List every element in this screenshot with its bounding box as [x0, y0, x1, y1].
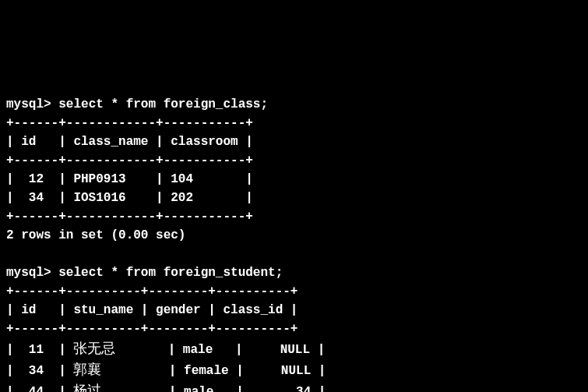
table-header-row: | id | class_name | classroom | — [6, 135, 253, 149]
table-row: | 34 | 郭襄 | female | NULL | — [6, 364, 326, 378]
table-row: | 12 | PHP0913 | 104 | — [6, 172, 253, 186]
table-row: | 11 | 张无忌 | male | NULL | — [6, 343, 325, 357]
terminal-output: mysql> select * from foreign_class; +---… — [0, 75, 588, 392]
prompt: mysql> — [6, 266, 51, 280]
table-border: +------+------------+-----------+ — [6, 210, 253, 224]
table-header-row: | id | stu_name | gender | class_id | — [6, 303, 298, 317]
table-border: +------+------------+-----------+ — [6, 154, 253, 168]
cjk-text: 郭襄 — [73, 362, 101, 377]
cjk-text: 杨过 — [73, 383, 101, 392]
table-border: +------+------------+-----------+ — [6, 116, 253, 130]
table-border: +------+----------+--------+----------+ — [6, 284, 298, 298]
sql-query: select * from foreign_student; — [58, 266, 283, 280]
cjk-text: 张无忌 — [73, 341, 115, 356]
table-row: | 34 | IOS1016 | 202 | — [6, 191, 253, 205]
prompt: mysql> — [6, 97, 51, 111]
table-row: | 44 | 杨过 | male | 34 | — [6, 385, 326, 392]
table-border: +------+----------+--------+----------+ — [6, 322, 298, 336]
result-message: 2 rows in set (0.00 sec) — [6, 228, 185, 242]
sql-query: select * from foreign_class; — [58, 97, 268, 111]
